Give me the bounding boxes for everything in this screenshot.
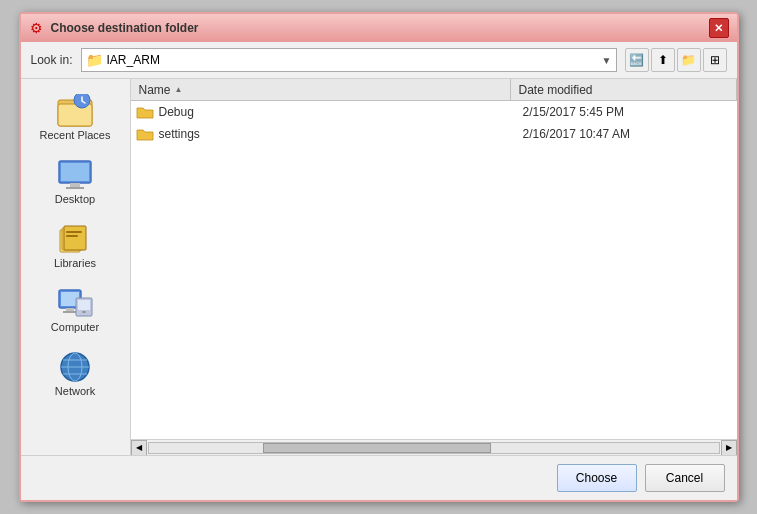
content-area: Recent Places Desktop bbox=[21, 79, 737, 455]
svg-rect-17 bbox=[78, 300, 90, 310]
svg-rect-6 bbox=[66, 187, 84, 189]
look-in-label: Look in: bbox=[31, 53, 73, 67]
svg-rect-11 bbox=[66, 235, 78, 237]
network-icon bbox=[56, 350, 94, 384]
svg-rect-1 bbox=[58, 104, 92, 126]
toolbar: Look in: 📁 IAR_ARM ▼ 🔙 ⬆ 📁 ⊞ bbox=[21, 42, 737, 79]
network-icon-area bbox=[55, 349, 95, 385]
recent-places-icon-area bbox=[55, 93, 95, 129]
file-date-debug: 2/15/2017 5:45 PM bbox=[515, 105, 737, 119]
desktop-icon-area bbox=[55, 157, 95, 193]
column-date-label: Date modified bbox=[519, 83, 593, 97]
libraries-icon-area bbox=[55, 221, 95, 257]
sidebar-item-libraries[interactable]: Libraries bbox=[30, 215, 120, 275]
svg-rect-14 bbox=[66, 308, 74, 311]
dialog-icon: ⚙ bbox=[29, 20, 45, 36]
file-name-debug: Debug bbox=[155, 105, 515, 119]
sidebar-item-computer[interactable]: Computer bbox=[30, 279, 120, 339]
sidebar-item-network[interactable]: Network bbox=[30, 343, 120, 403]
column-header-name[interactable]: Name ▲ bbox=[131, 79, 511, 100]
table-row[interactable]: Debug 2/15/2017 5:45 PM bbox=[131, 101, 737, 123]
horizontal-scrollbar[interactable]: ◀ ▶ bbox=[131, 439, 737, 455]
choose-button-label: Choose bbox=[576, 471, 617, 485]
file-date-settings: 2/16/2017 10:47 AM bbox=[515, 127, 737, 141]
toolbar-buttons: 🔙 ⬆ 📁 ⊞ bbox=[625, 48, 727, 72]
sort-arrow-icon: ▲ bbox=[175, 85, 183, 94]
sidebar-item-label-libraries: Libraries bbox=[54, 257, 96, 269]
scroll-right-button[interactable]: ▶ bbox=[721, 440, 737, 456]
view-button[interactable]: ⊞ bbox=[703, 48, 727, 72]
back-icon: 🔙 bbox=[629, 53, 644, 67]
file-list-body[interactable]: Debug 2/15/2017 5:45 PM settings 2/16/20… bbox=[131, 101, 737, 439]
svg-rect-15 bbox=[63, 311, 77, 313]
table-row[interactable]: settings 2/16/2017 10:47 AM bbox=[131, 123, 737, 145]
cancel-button[interactable]: Cancel bbox=[645, 464, 725, 492]
choose-button[interactable]: Choose bbox=[557, 464, 637, 492]
scroll-left-button[interactable]: ◀ bbox=[131, 440, 147, 456]
svg-rect-10 bbox=[66, 231, 82, 233]
forward-button[interactable]: ⬆ bbox=[651, 48, 675, 72]
close-button[interactable]: ✕ bbox=[709, 18, 729, 38]
new-folder-button[interactable]: 📁 bbox=[677, 48, 701, 72]
recent-places-icon bbox=[56, 94, 94, 128]
column-header-date[interactable]: Date modified bbox=[511, 79, 737, 100]
dropdown-arrow-icon: ▼ bbox=[602, 55, 612, 66]
file-pane: Name ▲ Date modified Debug 2/15/2017 5: bbox=[131, 79, 737, 455]
sidebar-item-recent-places[interactable]: Recent Places bbox=[30, 87, 120, 147]
file-name-settings: settings bbox=[155, 127, 515, 141]
forward-icon: ⬆ bbox=[658, 53, 668, 67]
title-bar-left: ⚙ Choose destination folder bbox=[29, 20, 199, 36]
cancel-button-label: Cancel bbox=[666, 471, 703, 485]
new-folder-icon: 📁 bbox=[681, 53, 696, 67]
sidebar-item-desktop[interactable]: Desktop bbox=[30, 151, 120, 211]
svg-rect-4 bbox=[61, 163, 89, 181]
libraries-icon bbox=[56, 222, 94, 256]
computer-icon-area bbox=[55, 285, 95, 321]
computer-icon bbox=[56, 286, 94, 320]
folder-icon: 📁 bbox=[86, 52, 103, 68]
sidebar-item-label-network: Network bbox=[55, 385, 95, 397]
sidebar-item-label-desktop: Desktop bbox=[55, 193, 95, 205]
svg-rect-5 bbox=[70, 183, 80, 187]
sidebar: Recent Places Desktop bbox=[21, 79, 131, 455]
view-icon: ⊞ bbox=[710, 53, 720, 67]
current-folder-text: IAR_ARM bbox=[107, 53, 598, 67]
file-folder-icon-settings bbox=[135, 124, 155, 144]
file-list-header: Name ▲ Date modified bbox=[131, 79, 737, 101]
svg-point-18 bbox=[82, 311, 86, 313]
file-folder-icon-debug bbox=[135, 102, 155, 122]
title-bar: ⚙ Choose destination folder ✕ bbox=[21, 14, 737, 42]
desktop-icon bbox=[56, 158, 94, 192]
column-name-label: Name bbox=[139, 83, 171, 97]
look-in-combo[interactable]: 📁 IAR_ARM ▼ bbox=[81, 48, 617, 72]
scroll-thumb[interactable] bbox=[263, 443, 491, 453]
scroll-track[interactable] bbox=[148, 442, 720, 454]
scroll-right-icon: ▶ bbox=[726, 443, 732, 452]
footer: Choose Cancel bbox=[21, 455, 737, 500]
sidebar-item-label-recent-places: Recent Places bbox=[40, 129, 111, 141]
dialog: ⚙ Choose destination folder ✕ Look in: 📁… bbox=[19, 12, 739, 502]
svg-rect-9 bbox=[64, 226, 86, 250]
dialog-title: Choose destination folder bbox=[51, 21, 199, 35]
back-button[interactable]: 🔙 bbox=[625, 48, 649, 72]
scroll-left-icon: ◀ bbox=[136, 443, 142, 452]
sidebar-item-label-computer: Computer bbox=[51, 321, 99, 333]
